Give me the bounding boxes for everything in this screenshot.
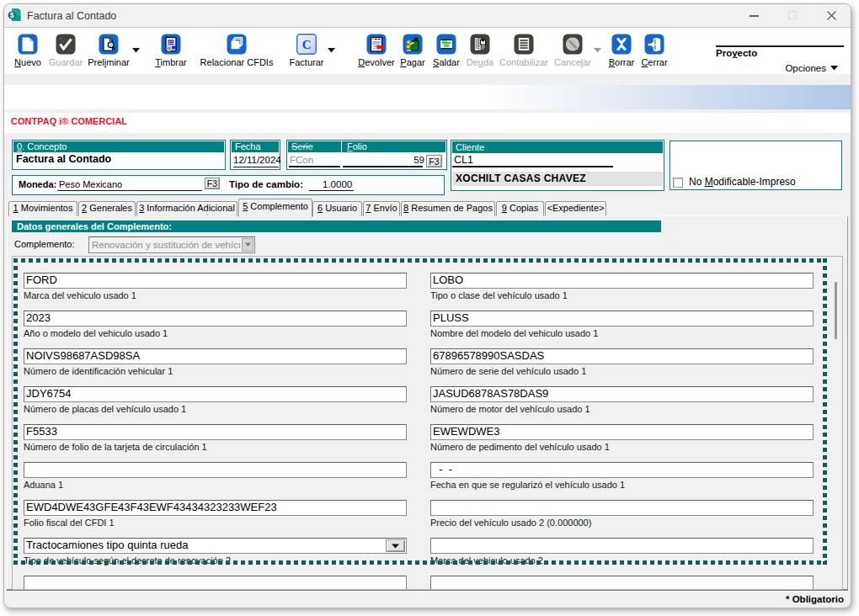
svg-text:$: $ xyxy=(10,11,14,19)
svg-text:C: C xyxy=(302,38,312,51)
